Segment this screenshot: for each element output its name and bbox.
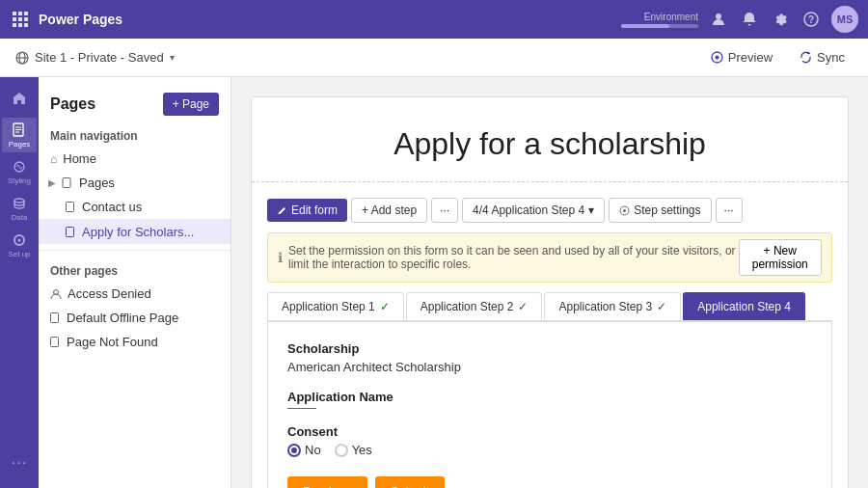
step-tabs: Application Step 1 ✓ Application Step 2 …: [267, 292, 832, 321]
second-bar: Site 1 - Private - Saved ▾ Preview Sync: [0, 39, 868, 77]
nav-panel: Pages + Page Main navigation ⌂ Home ▶ Pa…: [39, 77, 231, 488]
scholarship-label: Scholarship: [287, 341, 812, 356]
sidebar-item-more[interactable]: ···: [2, 446, 37, 480]
nav-header: Pages + Page: [39, 87, 231, 122]
svg-rect-3: [13, 17, 16, 21]
help-icon[interactable]: ?: [800, 9, 822, 30]
nav-item-page-not-found[interactable]: Page Not Found: [39, 330, 231, 354]
page-icon-scholarship: [66, 227, 76, 237]
nav-item-pages-label: Pages: [79, 176, 115, 190]
permission-bar-left: ℹ Set the permission on this form so it …: [278, 244, 739, 271]
step-tab-1[interactable]: Application Step 1 ✓: [267, 292, 404, 320]
svg-rect-8: [24, 23, 28, 27]
svg-rect-0: [13, 12, 16, 15]
app-grid-icon[interactable]: [10, 9, 31, 30]
page-title-area: Apply for a scholarship: [252, 97, 848, 182]
add-step-more-button[interactable]: ···: [431, 198, 458, 223]
sidebar-item-home[interactable]: [2, 81, 37, 116]
edit-form-icon: [277, 205, 287, 216]
nav-item-access-denied[interactable]: Access Denied: [39, 282, 231, 306]
svg-rect-2: [24, 12, 28, 15]
step-settings-more-button[interactable]: ···: [716, 198, 743, 223]
consent-no-label: No: [305, 443, 321, 457]
environment-label: Environment: [644, 12, 698, 22]
sidebar-item-setup[interactable]: Set up: [2, 228, 37, 262]
sidebar-item-pages[interactable]: Pages: [2, 118, 37, 152]
svg-point-25: [18, 238, 21, 241]
consent-yes-option[interactable]: Yes: [335, 443, 372, 457]
person-icon[interactable]: [708, 9, 729, 30]
preview-icon: [711, 51, 723, 64]
step-tab-4[interactable]: Application Step 4: [683, 292, 805, 320]
site-info-text: Site 1 - Private - Saved: [35, 50, 164, 65]
nav-item-default-offline[interactable]: Default Offline Page: [39, 306, 231, 330]
top-bar-left: Power Pages: [10, 9, 122, 30]
step-3-label: Application Step 3: [558, 300, 652, 313]
svg-rect-5: [24, 17, 28, 21]
form-editor: Edit form + Add step ··· 4/4 Application…: [252, 182, 848, 488]
svg-text:?: ?: [808, 14, 814, 25]
page-icon-contact: [66, 202, 76, 212]
user-avatar[interactable]: MS: [831, 6, 858, 33]
preview-button[interactable]: Preview: [703, 46, 780, 68]
consent-field: Consent No Yes: [287, 424, 812, 457]
step-tab-2[interactable]: Application Step 2 ✓: [406, 292, 543, 320]
consent-yes-radio[interactable]: [335, 444, 348, 457]
sidebar-item-data[interactable]: Data: [2, 191, 37, 226]
form-content: Scholarship American Architect Scholarsh…: [267, 321, 832, 488]
sync-icon: [800, 51, 812, 64]
scholarship-value: American Architect Scholarship: [287, 360, 812, 374]
svg-point-9: [716, 14, 721, 19]
step-dropdown[interactable]: 4/4 Application Step 4 ▾: [462, 198, 605, 223]
second-bar-right: Preview Sync: [703, 46, 853, 68]
add-page-button[interactable]: + Page: [163, 93, 219, 116]
nav-item-offline-label: Default Offline Page: [67, 311, 178, 325]
page-title: Apply for a scholarship: [271, 126, 828, 162]
sync-button[interactable]: Sync: [792, 46, 853, 68]
submit-button[interactable]: Submit: [375, 476, 445, 488]
svg-rect-1: [18, 12, 22, 15]
step-2-label: Application Step 2: [420, 300, 514, 313]
previous-button[interactable]: Previous: [287, 476, 367, 488]
add-step-button[interactable]: + Add step: [351, 198, 427, 223]
page-icon-notfound: [50, 337, 61, 347]
nav-item-contact-us[interactable]: Contact us: [39, 195, 231, 219]
application-name-label: Application Name: [287, 390, 812, 404]
step-4-label: Application Step 4: [697, 300, 791, 313]
step-dropdown-chevron: ▾: [588, 203, 594, 217]
consent-no-option[interactable]: No: [287, 443, 321, 457]
step-settings-icon: [619, 205, 630, 216]
edit-form-button[interactable]: Edit form: [267, 199, 347, 222]
form-buttons: Previous Submit: [287, 476, 812, 488]
site-info-chevron[interactable]: ▾: [170, 52, 175, 63]
svg-rect-7: [18, 23, 22, 27]
svg-rect-30: [51, 313, 59, 323]
scholarship-field: Scholarship American Architect Scholarsh…: [287, 341, 812, 374]
consent-no-radio[interactable]: [287, 444, 301, 457]
svg-rect-27: [67, 203, 74, 212]
info-icon: ℹ: [278, 250, 283, 265]
new-permission-button[interactable]: + New permission: [739, 239, 822, 276]
nav-item-access-denied-label: Access Denied: [68, 286, 151, 301]
nav-item-notfound-label: Page Not Found: [67, 335, 158, 349]
notification-icon[interactable]: [739, 9, 760, 30]
top-bar: Power Pages Environment: [0, 0, 868, 39]
nav-item-home-label: Home: [63, 151, 96, 166]
svg-point-17: [715, 56, 719, 60]
step-settings-button[interactable]: Step settings: [609, 198, 711, 223]
icon-sidebar: Pages Styling Data Set up ···: [0, 77, 39, 488]
svg-rect-10: [748, 24, 751, 26]
other-pages-title: Other pages: [39, 257, 231, 282]
site-info: Site 1 - Private - Saved ▾: [15, 50, 175, 65]
nav-panel-title: Pages: [50, 95, 95, 113]
svg-rect-4: [18, 17, 22, 21]
nav-item-pages[interactable]: ▶ Pages: [39, 171, 231, 195]
step-tab-3[interactable]: Application Step 3 ✓: [544, 292, 681, 320]
svg-rect-26: [63, 177, 70, 187]
sidebar-item-styling[interactable]: Styling: [2, 154, 37, 189]
nav-item-home[interactable]: ⌂ Home: [39, 147, 231, 171]
svg-rect-28: [67, 227, 74, 236]
user-icon-access: [50, 288, 62, 300]
settings-icon[interactable]: [770, 9, 791, 30]
nav-item-apply-for-scholarship[interactable]: Apply for Scholars... ···: [39, 219, 231, 244]
